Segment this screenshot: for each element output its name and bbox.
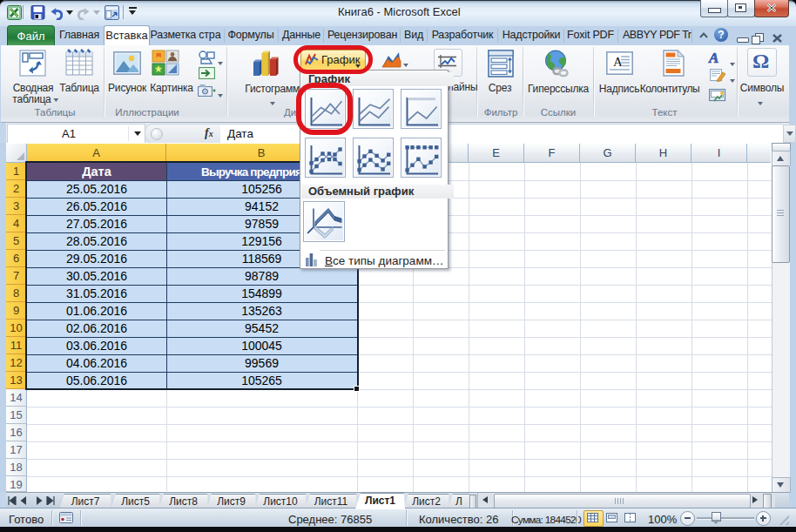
svg-text:A: A — [708, 51, 718, 64]
